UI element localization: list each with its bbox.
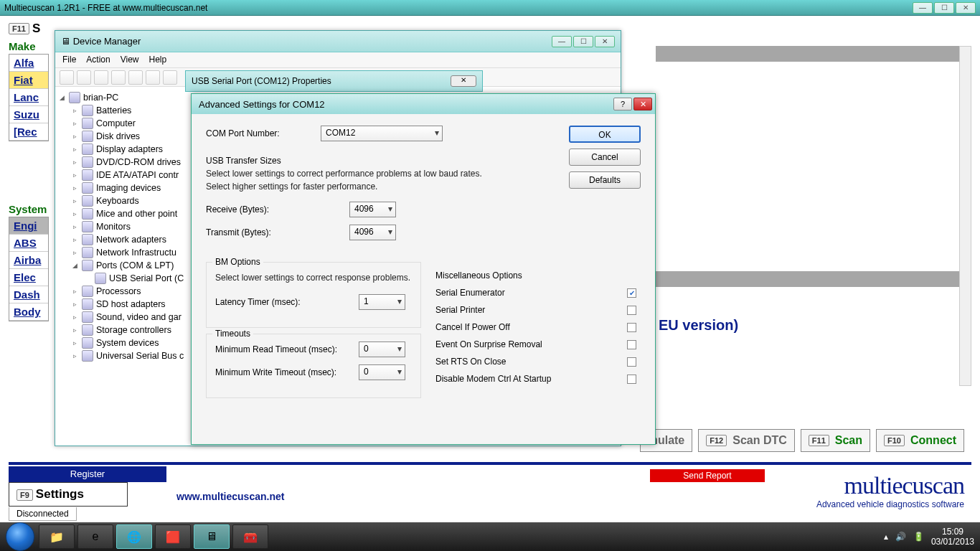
battery-icon[interactable]: 🔋 (913, 532, 924, 542)
misc-label: Serial Enumerator (435, 288, 505, 298)
explorer-icon[interactable]: 📁 (39, 524, 75, 549)
scan-dtc-button[interactable]: F12Scan DTC (698, 429, 795, 452)
expand-icon[interactable]: ▹ (71, 249, 79, 257)
back-icon[interactable] (60, 70, 74, 85)
expand-icon[interactable]: ▹ (71, 133, 79, 141)
expand-icon[interactable]: ▹ (71, 210, 79, 218)
register-button[interactable]: Register (9, 466, 166, 482)
menu-view[interactable]: View (121, 55, 139, 65)
volume-icon[interactable]: 🔊 (895, 532, 906, 542)
checkbox[interactable] (627, 306, 636, 315)
expand-icon[interactable]: ▹ (71, 184, 79, 192)
system-item[interactable]: Elec (9, 269, 48, 286)
make-item[interactable]: Fiat (9, 72, 48, 89)
expand-icon[interactable]: ▹ (71, 352, 79, 360)
clock[interactable]: 15:09 03/01/2013 (931, 527, 974, 547)
app-task-icon[interactable]: 🌐 (116, 524, 152, 549)
defaults-button[interactable]: Defaults (569, 171, 641, 189)
maximize-button[interactable]: ☐ (934, 2, 954, 14)
forward-icon[interactable] (77, 70, 91, 85)
maximize-button[interactable]: ☐ (573, 36, 593, 47)
system-tray[interactable]: ▴ 🔊 🔋 15:09 03/01/2013 (884, 527, 974, 547)
show-hidden-icon[interactable] (94, 70, 108, 85)
close-button[interactable]: ✕ (633, 98, 652, 110)
settings-button[interactable]: F9Settings (9, 482, 128, 507)
tray-up-icon[interactable]: ▴ (884, 532, 888, 542)
computer-icon (69, 92, 80, 103)
system-item[interactable]: ABS (9, 235, 48, 252)
device-icon (82, 298, 93, 310)
make-item[interactable]: Lanc (9, 89, 48, 106)
system-item[interactable]: Body (9, 303, 48, 321)
device-icon (82, 105, 93, 116)
checkbox[interactable] (627, 323, 636, 332)
scan-icon[interactable] (146, 70, 160, 85)
expand-icon[interactable]: ▹ (71, 339, 79, 347)
connect-button[interactable]: F10Connect (876, 429, 964, 452)
latency-combo[interactable]: 1 (359, 294, 405, 310)
expand-icon[interactable]: ▹ (71, 107, 79, 115)
expand-icon[interactable]: ▹ (71, 314, 79, 321)
checkbox[interactable]: ✔ (627, 288, 636, 298)
properties-icon[interactable] (111, 70, 126, 85)
checkbox[interactable] (627, 357, 636, 367)
ok-button[interactable]: OK (569, 126, 641, 143)
devmgr-icon: 🖥 Device Manager (61, 36, 141, 47)
scan-button[interactable]: F11Scan (801, 429, 870, 452)
min-write-combo[interactable]: 0 (359, 364, 405, 380)
collapse-icon[interactable]: ◢ (58, 94, 66, 102)
make-item[interactable]: Alfa (9, 55, 48, 72)
system-item[interactable]: Airba (9, 252, 48, 269)
app-task-icon[interactable]: 🖥 (194, 524, 230, 549)
cancel-button[interactable]: Cancel (569, 149, 641, 166)
misc-option-row: Disable Modem Ctrl At Startup (435, 374, 636, 384)
close-button[interactable]: ✕ (956, 2, 976, 14)
close-button[interactable]: ✕ (595, 36, 615, 47)
transmit-combo[interactable]: 4096 (349, 225, 396, 240)
receive-combo[interactable]: 4096 (349, 202, 396, 217)
refresh-icon[interactable] (163, 70, 177, 85)
minimize-button[interactable]: — (913, 2, 933, 14)
expand-icon[interactable]: ▹ (71, 197, 79, 205)
close-button[interactable]: ✕ (451, 75, 476, 87)
system-item[interactable]: Dash (9, 286, 48, 303)
system-item[interactable]: Engi (9, 217, 48, 235)
expand-icon[interactable]: ▹ (71, 171, 79, 179)
window-controls: — ☐ ✕ (913, 2, 976, 14)
ie-icon[interactable]: e (77, 524, 113, 549)
minimize-button[interactable]: — (552, 36, 572, 47)
checkbox[interactable] (627, 340, 636, 349)
devmgr-titlebar[interactable]: 🖥 Device Manager — ☐ ✕ (55, 31, 621, 52)
make-item[interactable]: Suzu (9, 106, 48, 123)
website-url[interactable]: www.multiecuscan.net (176, 491, 284, 502)
expand-icon[interactable]: ▹ (71, 223, 79, 231)
com-port-combo[interactable]: COM12 (321, 126, 443, 141)
checkbox[interactable] (627, 375, 636, 384)
menu-help[interactable]: Help (149, 55, 167, 65)
menu-file[interactable]: File (62, 55, 76, 65)
scrollbar[interactable] (959, 46, 971, 386)
app-task-icon[interactable]: 🧰 (232, 524, 268, 549)
expand-icon[interactable]: ▹ (71, 301, 79, 309)
footer-divider (9, 462, 971, 465)
menu-action[interactable]: Action (86, 55, 110, 65)
help-icon[interactable] (128, 70, 143, 85)
start-button[interactable] (6, 522, 34, 551)
app-task-icon[interactable]: 🟥 (155, 524, 191, 549)
min-read-combo[interactable]: 0 (359, 342, 405, 357)
logo-subtitle: Advanced vehicle diagnostics software (816, 499, 964, 509)
send-report-button[interactable]: Send Report (650, 469, 765, 482)
adv-titlebar[interactable]: Advanced Settings for COM12 ? ✕ (192, 94, 655, 114)
device-icon (82, 234, 93, 245)
expand-icon[interactable]: ▹ (71, 120, 79, 128)
expand-icon[interactable]: ▹ (71, 236, 79, 244)
make-item[interactable]: [Rec (9, 123, 48, 141)
expand-icon[interactable]: ▹ (71, 159, 79, 166)
expand-icon[interactable]: ▹ (71, 326, 79, 334)
port-properties-titlebar[interactable]: USB Serial Port (COM12) Properties ✕ (185, 70, 483, 92)
misc-label: Cancel If Power Off (435, 322, 510, 332)
expand-icon[interactable]: ▹ (71, 146, 79, 154)
help-button[interactable]: ? (613, 98, 632, 110)
collapse-icon[interactable]: ◢ (71, 262, 79, 270)
expand-icon[interactable]: ▹ (71, 288, 79, 296)
